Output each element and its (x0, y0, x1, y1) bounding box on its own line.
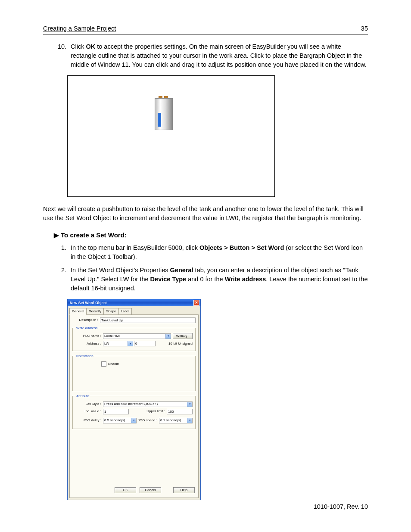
chevron-down-icon: ▾ (165, 334, 171, 339)
address-type-dropdown[interactable]: LW ▾ (103, 341, 133, 346)
chevron-down-icon: ▾ (128, 341, 133, 346)
dialog-title: New Set Word Object (70, 300, 107, 305)
description-input[interactable] (100, 317, 196, 323)
enable-checkbox[interactable] (101, 361, 106, 367)
tab-security[interactable]: Security (86, 308, 104, 315)
triangle-icon: ▶ (54, 231, 59, 239)
header-title: Creating a Sample Project (43, 24, 116, 33)
plc-label: PLC name : (75, 333, 103, 339)
tab-label[interactable]: Label (118, 308, 132, 315)
cancel-button[interactable]: Cancel (140, 487, 161, 493)
setting-button[interactable]: Setting... (173, 333, 193, 339)
page-header: Creating a Sample Project 35 (43, 24, 368, 34)
step-list-1: Click OK to accept the properties settin… (43, 42, 368, 69)
section-to-create-set-word: ▶To create a Set Word: (54, 230, 368, 240)
incvalue-label: Inc. value : (75, 409, 103, 414)
jogspeed-label: JOG speed : (138, 418, 159, 423)
editor-canvas (67, 75, 275, 197)
incvalue-input[interactable] (103, 409, 129, 414)
ok-bold: OK (86, 43, 95, 50)
chevron-down-icon: ▾ (187, 402, 192, 407)
setstyle-dropdown[interactable]: Press and hold increment (JOG++) ▾ (103, 401, 193, 407)
ok-button[interactable]: OK (115, 487, 136, 493)
setstyle-label: Set Style : (75, 401, 103, 407)
jogdelay-label: JOG delay : (75, 418, 103, 423)
chevron-down-icon: ▾ (187, 418, 192, 423)
notification-group: Notification Enable (72, 354, 196, 391)
write-address-group: Write address PLC name : Local HMI ▾ Set… (72, 326, 196, 352)
dialog-buttons: OK Cancel Help (70, 485, 198, 496)
enable-label: Enable (108, 361, 119, 367)
chevron-down-icon: ▾ (131, 418, 136, 423)
help-button[interactable]: Help (173, 487, 195, 493)
attribute-group: Attribute Set Style : Press and hold inc… (72, 394, 196, 429)
set-word-dialog: New Set Word Object × General Security S… (67, 299, 201, 500)
bargraph-battery-icon (155, 98, 172, 129)
address-label: Address : (75, 341, 103, 346)
description-label: Description : (72, 317, 100, 323)
address-value-input[interactable] (134, 341, 156, 346)
step-10: Click OK to accept the properties settin… (68, 42, 368, 69)
setword-step-2: In the Set Word Object's Properties Gene… (68, 266, 368, 293)
dialog-titlebar[interactable]: New Set Word Object × (68, 299, 200, 306)
page-number: 35 (361, 24, 368, 33)
jogdelay-dropdown[interactable]: 0.5 second(s) ▾ (103, 418, 137, 423)
tab-shape[interactable]: Shape (103, 308, 118, 315)
upperlimit-label: Upper limit : (146, 409, 167, 414)
step-list-2: In the top menu bar in EasyBuilder 5000,… (43, 243, 368, 293)
footer-rev: 1010-1007, Rev. 10 (314, 502, 368, 511)
tab-general[interactable]: General (69, 308, 87, 315)
dialog-tabs: General Security Shape Label (68, 306, 200, 314)
setword-step-1: In the top menu bar in EasyBuilder 5000,… (68, 243, 368, 261)
jogspeed-dropdown[interactable]: 0.1 second(s) ▾ (159, 418, 193, 423)
numeric-format-label: 16-bit Unsigned (168, 341, 193, 346)
close-icon[interactable]: × (193, 300, 199, 306)
upperlimit-input[interactable] (167, 409, 193, 414)
plc-dropdown[interactable]: Local HMI ▾ (103, 333, 171, 339)
next-paragraph: Next we will create a pushbutton to rais… (43, 205, 368, 223)
tab-panel-general: Description : Write address PLC name : L… (69, 314, 199, 498)
